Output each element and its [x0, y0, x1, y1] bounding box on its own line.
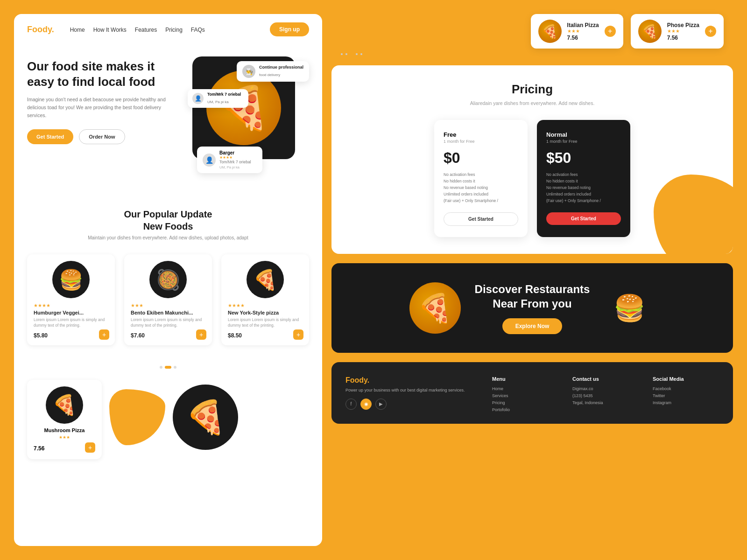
dot-2: [165, 366, 171, 369]
normal-plan-button[interactable]: Get Started: [546, 212, 621, 225]
logo: Foody.: [27, 25, 54, 35]
user-name-top: Tom/Mrk 7 oriebal: [207, 92, 241, 97]
italian-pizza-name: Italian Pizza: [567, 22, 599, 28]
food-name-2: Bento Ekiben Makunchi...: [131, 310, 205, 315]
free-feature-1: No activation fees: [444, 172, 518, 177]
normal-plan-features: No activation fees No hidden costs it No…: [546, 172, 621, 203]
food-stars-1: ★★★★: [34, 303, 108, 308]
user-card-top: 👤 Tom/Mrk 7 oriebal UM, Pa pi ka: [188, 89, 248, 108]
food-img-3: 🍕: [247, 261, 284, 298]
nav-how-it-works[interactable]: How It Works: [93, 27, 127, 33]
footer-contact-phone: (123) 5435: [572, 393, 639, 398]
add-phose-pizza-button[interactable]: +: [705, 26, 716, 37]
nav-links: Home How It Works Features Pricing FAQs: [70, 25, 205, 34]
footer-twitter-link[interactable]: Twitter: [653, 393, 719, 398]
food-card-1: 🍔 ★★★★ Humburger Veggei... Lorem ipsum L…: [27, 254, 115, 345]
food-grid: 🍔 ★★★★ Humburger Veggei... Lorem ipsum L…: [14, 245, 322, 359]
pricing-section: Pricing Aliaredain yare dishes from ever…: [331, 65, 733, 254]
free-plan-name: Free: [444, 131, 518, 138]
bottom-section: 🍕 Mushroom Pizza ★★★ 7.56 + 🍕: [14, 375, 322, 473]
popular-section-title: Our Popular UpdateNew Foods Maintain you…: [14, 194, 322, 245]
mushroom-stars: ★★★: [34, 435, 95, 440]
food-stars-3: ★★★★: [228, 303, 303, 308]
signup-button[interactable]: Sign up: [270, 22, 309, 36]
nav-faqs[interactable]: FAQs: [191, 27, 205, 33]
explore-now-button[interactable]: Explore Now: [502, 318, 563, 334]
footer-contact-email: Digimax.co: [572, 386, 639, 391]
food-desc-3: Lorem ipsum Lorem ipsum is simply and du…: [228, 317, 303, 329]
discover-title: Discover RestaurantsNear From you: [475, 282, 590, 311]
navbar: Foody. Home How It Works Features Pricin…: [14, 14, 322, 45]
footer-logo: Foody.: [345, 376, 478, 385]
free-plan-features: No activation fees No hidden costs it No…: [444, 172, 518, 203]
footer-menu-pricing[interactable]: Pricing: [492, 400, 558, 405]
hero-headline: Our food site makes it easy to find loca…: [27, 59, 169, 89]
footer-menu-services[interactable]: Services: [492, 393, 558, 398]
second-pizza-img: 🍕: [173, 385, 238, 450]
delivery-card-text: Continue professional food delivery: [259, 65, 303, 78]
nav-pricing[interactable]: Pricing: [165, 27, 183, 33]
user-card-bottom-text: Barger ★★★★ Tom/Mrk 7 oriebal UM, Pa pi …: [219, 150, 251, 169]
footer-menu-home[interactable]: Home: [492, 386, 558, 391]
food-img-1: 🍔: [52, 261, 90, 298]
add-food-1-button[interactable]: +: [99, 329, 109, 340]
scroll-dots: [14, 359, 322, 375]
mushroom-img: 🍕: [46, 386, 83, 424]
footer-menu-title: Menu: [492, 376, 558, 382]
dot-3: [174, 366, 176, 369]
italian-pizza-price: 7.56: [567, 35, 599, 41]
facebook-social-icon[interactable]: f: [345, 399, 357, 410]
phose-pizza-info: Phose Pizza ★★★ 7.56: [667, 22, 699, 41]
nav-home[interactable]: Home: [70, 27, 85, 33]
add-food-3-button[interactable]: +: [293, 329, 303, 340]
footer-social: f ◉ ▶: [345, 399, 478, 410]
normal-feature-1: No activation fees: [546, 172, 621, 177]
footer-instagram-link[interactable]: Instagram: [653, 400, 719, 405]
phose-pizza-card: 🍕 Phose Pizza ★★★ 7.56 +: [631, 14, 724, 49]
add-mushroom-button[interactable]: +: [85, 442, 95, 453]
normal-feature-2: No hidden costs it: [546, 179, 621, 183]
mushroom-card: 🍕 Mushroom Pizza ★★★ 7.56 +: [27, 380, 102, 459]
get-started-button[interactable]: Get Started: [27, 129, 73, 144]
hero-buttons: Get Started Order Now: [27, 129, 169, 144]
footer-social-list: Facebook Twitter Instagram: [653, 386, 719, 405]
dots-decoration: [331, 53, 733, 56]
orange-blob-decoration: [109, 389, 165, 445]
footer-contact-list: Digimax.co (123) 5435 Tegal, Indonesia: [572, 386, 639, 405]
hero-section: Our food site makes it easy to find loca…: [14, 45, 322, 194]
discover-pizza-left: 🍕: [409, 282, 461, 334]
footer-menu-portfolio[interactable]: Portofolio: [492, 407, 558, 412]
italian-pizza-thumb: 🍕: [538, 20, 562, 43]
pricing-title: Pricing: [345, 82, 719, 97]
free-plan-button[interactable]: Get Started: [444, 212, 518, 226]
twitter-social-icon[interactable]: ▶: [375, 399, 387, 410]
order-now-button[interactable]: Order Now: [79, 129, 125, 144]
free-feature-3: No revenue based noting: [444, 185, 518, 190]
italian-pizza-stars: ★★★: [567, 28, 599, 34]
footer-social-col: Social Media Facebook Twitter Instagram: [653, 376, 719, 414]
free-feature-5: (Fair use) + Only Smartphone /: [444, 198, 518, 203]
logo-text: Foody: [27, 25, 52, 34]
free-plan-price: $0: [444, 149, 518, 167]
normal-plan-card: Normal 1 month for Free $50 No activatio…: [537, 120, 630, 237]
delivery-sub: food delivery: [259, 73, 280, 77]
nav-features[interactable]: Features: [135, 27, 157, 33]
footer-facebook-link[interactable]: Facebook: [653, 386, 719, 391]
footer-menu-col: Menu Home Services Pricing Portofolio: [492, 376, 558, 414]
free-plan-card: Free 1 month for Free $0 No activation f…: [434, 120, 528, 237]
add-italian-pizza-button[interactable]: +: [605, 26, 616, 37]
phose-pizza-thumb: 🍕: [638, 20, 662, 43]
footer-contact-address: Tegal, Indonesia: [572, 400, 639, 405]
delivery-name: Continue professional: [259, 65, 303, 70]
phose-pizza-name: Phose Pizza: [667, 22, 699, 28]
food-price-2: $7.60: [131, 332, 205, 339]
right-panel: 🍕 Italian Pizza ★★★ 7.56 + 🍕 Phose Pizza…: [331, 14, 733, 546]
food-card-3: 🍕 ★★★★ New York-Style pizza Lorem ipsum …: [221, 254, 309, 345]
food-name-1: Humburger Veggei...: [34, 310, 108, 315]
add-food-2-button[interactable]: +: [196, 329, 206, 340]
user-name-bottom: Barger: [219, 150, 251, 155]
pricing-subtitle: Aliaredain yare dishes from everywhere. …: [345, 100, 719, 106]
left-panel: Foody. Home How It Works Features Pricin…: [14, 14, 322, 546]
instagram-social-icon[interactable]: ◉: [360, 399, 372, 410]
footer-brand: Foody. Power up your business with our b…: [345, 376, 478, 414]
